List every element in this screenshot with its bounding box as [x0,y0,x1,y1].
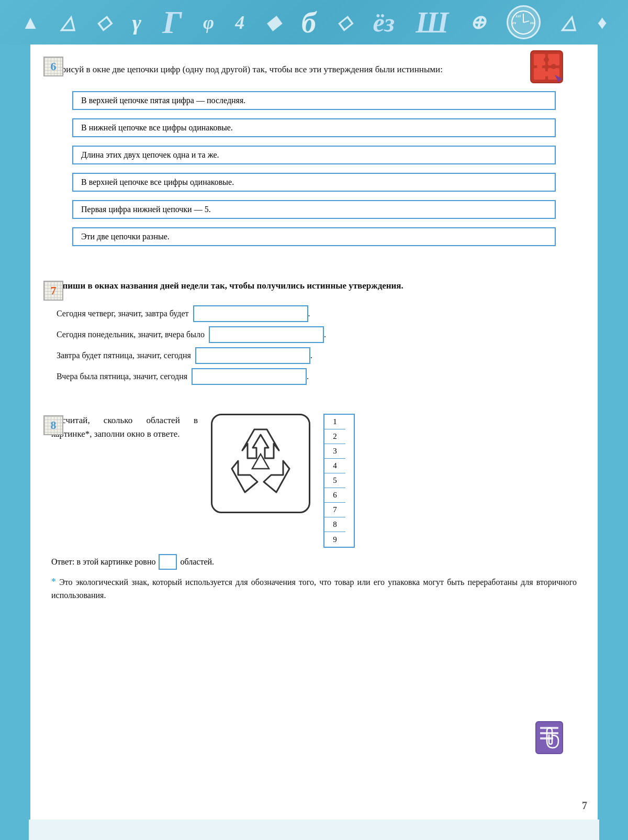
task7-section: 7 Напиши в окнах названия дней недели та… [51,279,577,385]
num-4: 4 [324,459,345,473]
task7-line-2: Сегодня понедельник, значит, вчера было … [57,326,577,343]
task6-number: 6 [51,60,57,73]
answer-prefix: Ответ: в этой картинке ровно [51,557,155,567]
paperclip-icon [535,721,564,755]
svg-text:III: III [530,21,534,25]
num-5: 5 [324,473,345,488]
header-sym-7: ⊕ [470,12,486,34]
task7-line4-text: Вчера была пятница, значит, сегодня [57,372,187,381]
header-sym-9: ♦ [597,12,607,34]
recycle-symbol [219,422,302,505]
task7-input-4[interactable] [192,368,307,385]
num-8: 8 [324,517,345,532]
task8-numbers-column: 1 2 3 4 5 6 7 8 9 [323,414,355,548]
header-band: ▲ △ ◇ γ Г φ 4 ◆ б ◇ ёз Ш ⊕ XII III IX △ … [0,0,628,45]
task8-text-area: Сосчитай, сколько областей в картинке*, … [51,414,198,448]
recycle-container [211,414,310,513]
task7-text: Напиши в окнах названия дней недели так,… [51,279,577,293]
header-sym-3: ◇ [96,12,111,34]
header-letter-sh: Ш [416,6,448,39]
task7-input-1[interactable] [193,305,308,322]
task7-input-3[interactable] [195,347,310,364]
task6-badge: 6 [43,57,63,76]
answer-suffix: областей. [180,557,214,567]
svg-text:XII: XII [515,14,521,18]
answer-input[interactable] [159,554,177,570]
task7-line-3: Завтра будет пятница, значит, сегодня . [57,347,577,364]
statement-6: Эти две цепочки разные. [72,227,556,246]
task7-line3-text: Завтра будет пятница, значит, сегодня [57,351,191,360]
header-sym-1: ▲ [21,12,40,34]
task7-line1-text: Сегодня четверг, значит, завтра будет [57,309,189,318]
header-sym-4: φ [203,12,214,34]
header-sym-5: ◆ [266,12,281,34]
right-sidebar [599,45,628,840]
header-sym-4b: 4 [235,12,244,34]
page-number: 7 [582,800,587,812]
header-clock: XII III IX [507,5,541,39]
header-sym-8: △ [562,12,576,34]
num-9: 9 [324,532,345,547]
header-sym-6: ◇ [337,12,352,34]
left-sidebar [0,45,29,840]
footnote-star: * [51,577,56,587]
svg-text:IX: IX [512,21,517,25]
numbers-list: 1 2 3 4 5 6 7 8 9 [323,414,355,548]
task8-number: 8 [51,418,57,432]
footnote-text: * Это экологический знак, который исполь… [51,575,577,602]
header-letter-gamma: γ [132,10,141,35]
header-letter-ez: ёз [373,7,395,38]
task6-text: Нарисуй в окне две цепочки цифр (одну по… [51,63,535,76]
task7-line-1: Сегодня четверг, значит, завтра будет . [57,305,577,322]
task8-badge: 8 [43,415,63,435]
statement-5: Первая цифра нижней цепочки — 5. [72,200,556,219]
statement-3: Длина этих двух цепочек одна и та же. [72,146,556,164]
paperclip-icon-area [535,721,564,757]
task7-line-4: Вчера была пятница, значит, сегодня . [57,368,577,385]
num-3: 3 [324,444,345,459]
answer-line: Ответ: в этой картинке ровно областей. [51,554,577,570]
task7-line2-text: Сегодня понедельник, значит, вчера было [57,330,205,339]
task6-section: 6 Нарисуй в окне две цепочки цифр (одну … [51,55,577,250]
task8-section: 8 Сосчитай, сколько областей в картинке*… [51,414,577,602]
statement-4: В верхней цепочке все цифры одинаковые. [72,173,556,192]
num-7: 7 [324,503,345,517]
task8-recycle-image [208,414,313,513]
num-6: 6 [324,488,345,503]
statement-2: В нижней цепочке все цифры одинаковые. [72,118,556,137]
task7-number: 7 [51,284,57,297]
svg-line-5 [523,21,529,23]
num-1: 1 [324,415,345,429]
num-2: 2 [324,429,345,444]
header-letter-g: Г [162,4,182,41]
footnote-content: Это экологический знак, который использу… [51,578,577,600]
header-sym-2: △ [61,12,75,34]
task8-text: Сосчитай, сколько областей в картинке*, … [51,414,198,440]
statement-1: В верхней цепочке пятая цифра — последня… [72,91,556,110]
main-content: 6 Нарисуй в окне две цепочки цифр (одну … [29,45,599,820]
header-decorations: ▲ △ ◇ γ Г φ 4 ◆ б ◇ ёз Ш ⊕ XII III IX △ … [0,4,628,41]
task7-badge: 7 [43,281,63,301]
header-letter-6: б [301,6,316,39]
task8-layout: Сосчитай, сколько областей в картинке*, … [51,414,577,548]
svg-rect-18 [540,732,558,734]
task7-input-2[interactable] [209,326,324,343]
